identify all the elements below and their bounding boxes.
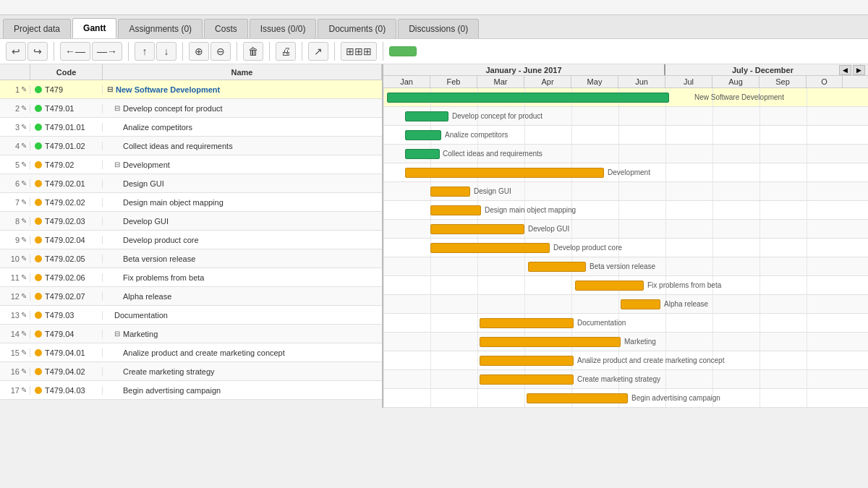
row-name: ⊟ Marketing: [103, 330, 382, 338]
indent-out-button[interactable]: ←—: [60, 42, 90, 61]
edit-icon[interactable]: ✎: [21, 292, 27, 300]
task-bar[interactable]: [405, 149, 440, 159]
grid-line: [807, 126, 807, 144]
move-down-button[interactable]: ↓: [156, 42, 176, 61]
edit-icon[interactable]: ✎: [21, 217, 27, 225]
status-dot: [35, 293, 42, 300]
month-cell-Sep: Sep: [760, 76, 807, 87]
tab-documents[interactable]: Documents (0): [318, 19, 396, 38]
move-up-button[interactable]: ↑: [135, 42, 155, 61]
status-dot: [35, 387, 42, 394]
grid-line: [383, 333, 384, 351]
row-num-3: 3 ✎: [0, 123, 30, 132]
edit-icon[interactable]: ✎: [21, 348, 27, 356]
tab-discussions[interactable]: Discussions (0): [398, 19, 479, 38]
edit-icon[interactable]: ✎: [21, 198, 27, 206]
print-button[interactable]: 🖨: [276, 42, 296, 61]
edit-icon[interactable]: ✎: [21, 311, 27, 319]
task-bar[interactable]: [405, 111, 448, 121]
task-bar[interactable]: [430, 205, 481, 215]
edit-icon[interactable]: ✎: [21, 104, 27, 112]
task-bar[interactable]: [430, 243, 550, 253]
grid-line: [477, 257, 478, 275]
zoom-out-button[interactable]: ⊖: [210, 42, 231, 61]
columns-button[interactable]: ⊞⊞⊞: [341, 42, 377, 61]
collapse-icon[interactable]: ⊟: [114, 160, 120, 168]
tab-costs[interactable]: Costs: [204, 19, 248, 38]
task-bar[interactable]: [480, 318, 574, 328]
status-dot: [35, 180, 42, 187]
grid-line: [665, 145, 666, 163]
scroll-right-btn[interactable]: ▶: [853, 65, 865, 75]
grid-line: [430, 333, 431, 351]
task-bar[interactable]: [575, 281, 644, 291]
task-bar[interactable]: [430, 187, 470, 197]
delete-button[interactable]: 🗑: [243, 42, 263, 61]
task-bar[interactable]: [527, 393, 628, 403]
edit-icon[interactable]: ✎: [21, 273, 27, 281]
task-bar[interactable]: [528, 262, 586, 272]
edit-icon[interactable]: ✎: [21, 367, 27, 375]
task-bar[interactable]: [430, 224, 524, 234]
bar-label: Fix problems from beta: [647, 281, 721, 291]
edit-icon[interactable]: ✎: [21, 142, 27, 150]
month-cell-Mar: Mar: [477, 76, 524, 87]
edit-icon[interactable]: ✎: [21, 179, 27, 187]
status-dot: [35, 236, 42, 244]
scroll-left-btn[interactable]: ◀: [839, 65, 851, 75]
save-button[interactable]: [389, 46, 417, 56]
edit-icon[interactable]: ✎: [21, 236, 27, 244]
edit-icon[interactable]: ✎: [21, 160, 27, 168]
edit-icon[interactable]: ✎: [21, 123, 27, 131]
row-num-6: 6 ✎: [0, 179, 30, 188]
grid-line: [430, 389, 431, 407]
edit-icon[interactable]: ✎: [21, 254, 27, 262]
grid-line: [760, 314, 760, 332]
share-button[interactable]: ↗: [308, 42, 328, 61]
tab-assignments[interactable]: Assignments (0): [118, 19, 203, 38]
collapse-icon[interactable]: ⊟: [114, 104, 120, 112]
edit-icon[interactable]: ✎: [21, 386, 27, 394]
task-bar[interactable]: [405, 130, 441, 140]
row-name: ⊟ New Software Development: [103, 85, 382, 94]
tab-project-data[interactable]: Project data: [3, 19, 71, 38]
top-bar: [0, 0, 868, 15]
gantt-container: Code Name 1 ✎T479⊟ New Software Developm…: [0, 64, 868, 408]
tab-gantt[interactable]: Gantt: [72, 18, 116, 38]
row-num-5: 5 ✎: [0, 160, 30, 169]
row-num-13: 13 ✎: [0, 311, 30, 320]
grid-line: [477, 314, 478, 332]
table-row: 1 ✎T479⊟ New Software Development: [0, 80, 382, 99]
period-header: ◀ ▶ January - June 2017 July - December: [383, 64, 868, 76]
collapse-icon[interactable]: ⊟: [114, 330, 120, 338]
row-num-7: 7 ✎: [0, 198, 30, 207]
grid-line: [524, 126, 525, 144]
status-dot: [35, 330, 42, 338]
grid-line: [760, 182, 760, 200]
row-name: Begin advertising campaign: [103, 386, 382, 395]
indent-in-button[interactable]: —→: [92, 42, 122, 61]
grid-line: [665, 126, 666, 144]
grid-line: [618, 145, 619, 163]
task-bar[interactable]: [480, 374, 574, 385]
task-bar[interactable]: [480, 356, 574, 366]
row-name: Documentation: [103, 311, 382, 320]
zoom-in-button[interactable]: ⊕: [189, 42, 209, 61]
edit-icon[interactable]: ✎: [21, 85, 27, 93]
grid-line: [383, 389, 384, 407]
collapse-icon[interactable]: ⊟: [107, 85, 113, 93]
grid-line: [430, 370, 431, 388]
task-bar[interactable]: [621, 299, 660, 309]
grid-line: [665, 220, 666, 238]
edit-icon[interactable]: ✎: [21, 330, 27, 338]
row-name: Develop GUI: [103, 217, 382, 226]
tab-issues[interactable]: Issues (0/0): [250, 19, 317, 38]
undo-button[interactable]: ↩: [6, 42, 26, 61]
redo-button[interactable]: ↪: [27, 42, 48, 61]
grid-line: [477, 370, 478, 388]
task-bar[interactable]: [387, 93, 669, 103]
task-bar[interactable]: [480, 337, 621, 347]
row-num-16: 16 ✎: [0, 367, 30, 376]
month-header: JanFebMarAprMayJunJulAugSepO: [383, 76, 868, 87]
task-bar[interactable]: [405, 168, 604, 178]
